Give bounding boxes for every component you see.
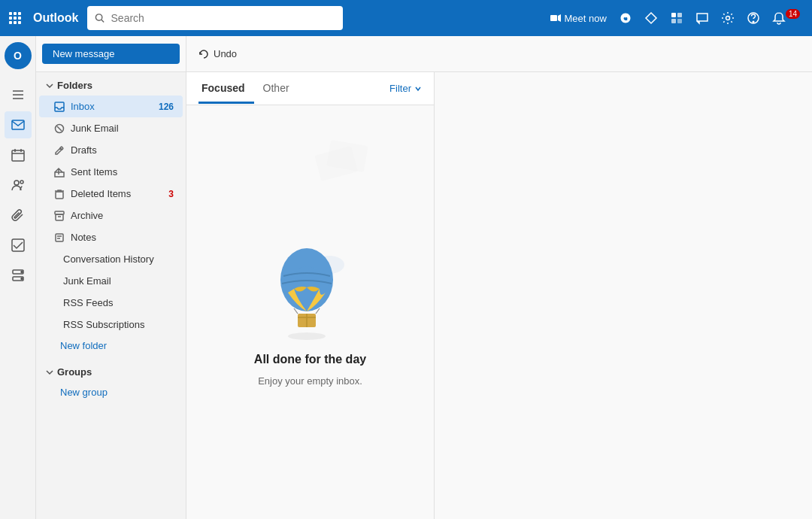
attachment-icon xyxy=(11,208,25,222)
filter-button[interactable]: Filter xyxy=(389,83,422,94)
junk2-label: Junk Email xyxy=(63,275,111,287)
inbox-label: Inbox xyxy=(71,101,95,112)
meet-now-label: Meet now xyxy=(565,13,607,24)
groups-label: Groups xyxy=(57,366,92,378)
detail-panel xyxy=(435,72,812,519)
groups-section: Groups New group xyxy=(36,359,186,405)
deleted-badge: 3 xyxy=(168,189,174,199)
tab-other[interactable]: Other xyxy=(260,73,298,104)
folders-label: Folders xyxy=(57,80,92,91)
content-toolbar: Undo xyxy=(186,36,812,72)
sidebar-item-rss-feeds[interactable]: RSS Feeds xyxy=(39,292,183,314)
sidebar-item-conv-history[interactable]: Conversation History xyxy=(39,248,183,270)
junk-icon xyxy=(54,123,65,134)
rail-attachment-icon[interactable] xyxy=(5,202,32,229)
email-list-panel: Focused Other Filter xyxy=(186,72,435,519)
svg-rect-34 xyxy=(56,214,63,220)
meet-now-button[interactable]: Meet now xyxy=(550,12,607,24)
new-group-link[interactable]: New group xyxy=(36,382,186,402)
undo-label: Undo xyxy=(214,48,237,59)
chevron-down-icon-groups xyxy=(45,368,54,377)
svg-rect-7 xyxy=(671,19,676,23)
video-icon xyxy=(550,12,562,24)
tab-focused[interactable]: Focused xyxy=(198,73,254,104)
feedback-button[interactable] xyxy=(695,11,709,25)
svg-point-20 xyxy=(14,181,19,185)
svg-point-25 xyxy=(21,272,23,273)
people-icon xyxy=(11,178,25,192)
svg-point-21 xyxy=(20,181,23,184)
svg-rect-16 xyxy=(12,150,24,161)
folders-header[interactable]: Folders xyxy=(36,75,186,96)
sidebar-item-inbox[interactable]: Inbox 126 xyxy=(39,96,183,117)
deleted-label: Deleted Items xyxy=(71,188,131,199)
help-button[interactable] xyxy=(747,11,760,25)
hamburger-menu-button[interactable] xyxy=(5,81,32,108)
rail-todo-icon[interactable] xyxy=(5,232,32,259)
user-avatar[interactable]: O xyxy=(5,42,32,69)
calendar-icon xyxy=(11,148,25,162)
new-folder-link[interactable]: New folder xyxy=(36,335,186,356)
balloon-illustration xyxy=(265,238,356,344)
drafts-label: Drafts xyxy=(71,144,97,156)
conv-history-label: Conversation History xyxy=(63,253,154,265)
sidebar-item-junk[interactable]: Junk Email xyxy=(39,117,183,139)
svg-point-9 xyxy=(726,17,729,20)
sidebar-item-deleted[interactable]: Deleted Items 3 xyxy=(39,183,183,205)
sidebar-item-drafts[interactable]: Drafts xyxy=(39,139,183,161)
bell-icon xyxy=(772,11,786,25)
diamond-button[interactable] xyxy=(644,11,658,25)
sidebar-item-sent[interactable]: Sent Items xyxy=(39,161,183,183)
rail-calendar-icon[interactable] xyxy=(5,141,32,168)
svg-rect-2 xyxy=(550,15,557,21)
sidebar: Folders Inbox 126 xyxy=(36,72,186,519)
notes-icon xyxy=(54,232,65,243)
rail-mail-icon[interactable] xyxy=(5,111,32,138)
svg-line-29 xyxy=(57,126,62,131)
empty-inbox-subtitle: Enjoy your empty inbox. xyxy=(258,375,362,387)
sidebar-item-junk2[interactable]: Junk Email xyxy=(39,270,183,292)
archive-icon xyxy=(54,211,65,221)
help-icon xyxy=(747,11,760,25)
inbox-badge: 126 xyxy=(159,102,174,112)
app-title: Outlook xyxy=(33,11,78,25)
office-icon xyxy=(670,11,683,25)
svg-marker-4 xyxy=(646,13,656,23)
main-content: Focused Other Filter xyxy=(186,72,812,519)
svg-rect-6 xyxy=(677,13,682,17)
chevron-down-filter-icon xyxy=(414,85,422,93)
content-wrapper: Undo Focused Other Filter xyxy=(186,36,812,519)
sidebar-item-notes[interactable]: Notes xyxy=(39,226,183,248)
new-message-button[interactable]: New message xyxy=(42,44,180,64)
settings-button[interactable] xyxy=(721,11,735,25)
sidebar-item-archive[interactable]: Archive xyxy=(39,205,183,226)
svg-rect-36 xyxy=(56,234,63,241)
folders-section: Folders Inbox 126 xyxy=(36,72,186,359)
svg-rect-27 xyxy=(55,102,64,111)
svg-rect-31 xyxy=(56,192,63,199)
email-tabs: Focused Other Filter xyxy=(186,72,434,105)
filter-label: Filter xyxy=(389,83,411,94)
office-apps-button[interactable] xyxy=(670,11,683,25)
rail-people-icon[interactable] xyxy=(5,171,32,199)
groups-header[interactable]: Groups xyxy=(36,362,186,382)
notification-count: 14 xyxy=(786,9,800,19)
app-body: O xyxy=(0,36,812,519)
search-icon xyxy=(95,13,105,23)
skype-button[interactable] xyxy=(619,11,632,25)
mail-icon xyxy=(11,118,25,132)
undo-button[interactable]: Undo xyxy=(198,48,237,59)
svg-rect-5 xyxy=(671,13,676,17)
svg-rect-15 xyxy=(12,120,24,129)
rail-storage-icon[interactable] xyxy=(5,262,32,289)
waffle-menu-icon[interactable] xyxy=(9,12,21,24)
undo-icon xyxy=(198,49,209,59)
sidebar-item-rss-subs[interactable]: RSS Subscriptions xyxy=(39,314,183,335)
notification-button[interactable]: 14 xyxy=(772,11,803,25)
diamond-icon xyxy=(644,11,658,25)
inbox-icon xyxy=(54,102,65,112)
junk-label: Junk Email xyxy=(71,123,119,134)
svg-point-47 xyxy=(288,332,326,340)
search-input[interactable] xyxy=(111,12,336,24)
ghost-emails-decoration xyxy=(314,135,374,198)
